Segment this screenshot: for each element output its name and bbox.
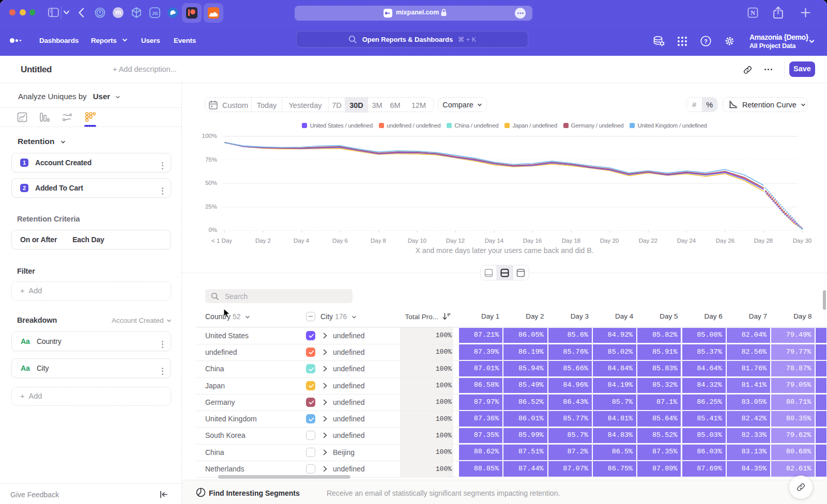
svg-text:?: ?	[704, 38, 708, 44]
svg-text:JS: JS	[152, 10, 158, 16]
svg-text:N: N	[751, 9, 755, 17]
